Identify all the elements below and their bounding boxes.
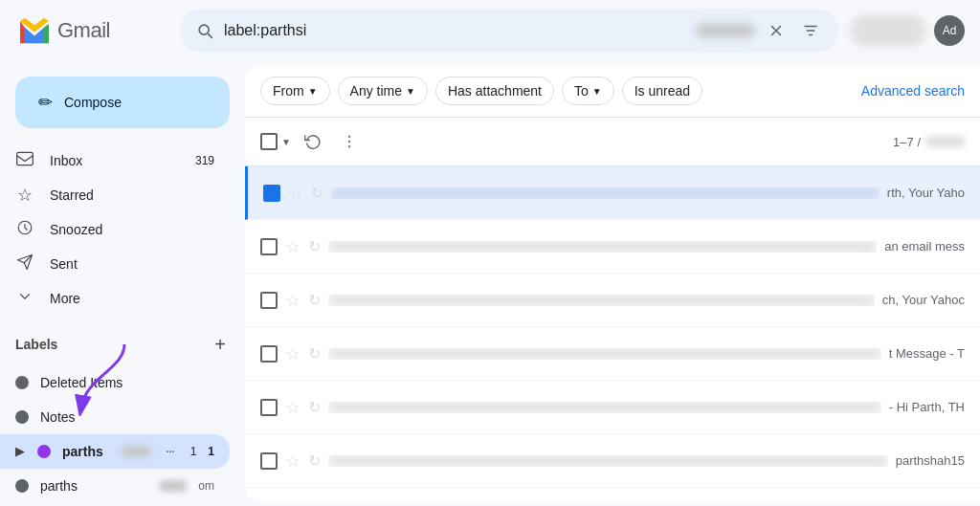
email-checkbox-6[interactable] — [260, 452, 278, 470]
sidebar: ✏ Compose Inbox 319 ☆ Starred Snoozed Se… — [0, 61, 245, 506]
topbar-right: Ad — [850, 15, 965, 46]
label-dot-parths1 — [37, 445, 51, 458]
label-dot-parths2 — [15, 479, 29, 493]
sidebar-item-snoozed[interactable]: Snoozed — [0, 212, 230, 247]
search-query-blurred — [697, 24, 754, 37]
email-star-4[interactable]: ☆ — [285, 343, 301, 364]
topbar-avatar[interactable]: Ad — [934, 15, 965, 46]
email-snippet-2: an email mess — [884, 239, 965, 253]
filter-anytime-label: Any time — [350, 83, 402, 99]
email-star-6[interactable]: ☆ — [285, 451, 301, 472]
label-name-notes: Notes — [40, 409, 214, 425]
sidebar-item-inbox[interactable]: Inbox 319 — [0, 143, 230, 178]
main-layout: ✏ Compose Inbox 319 ☆ Starred Snoozed Se… — [0, 61, 980, 506]
label-name-parths2-blurred — [160, 480, 187, 492]
label-suffix-parths2: om — [198, 479, 214, 493]
email-checkbox-3[interactable] — [260, 292, 278, 309]
label-item-parths2[interactable]: parths om — [0, 469, 230, 503]
email-checkbox-5[interactable] — [260, 399, 278, 416]
label-name-parths2: parths — [40, 478, 148, 494]
label-item-notes[interactable]: Notes — [0, 400, 230, 434]
labels-title: Labels — [15, 337, 57, 352]
label-name-parths1: parths — [62, 444, 106, 459]
more-chevron-icon — [15, 288, 34, 310]
label-item-parths1[interactable]: ▶ parths ··· 1 1 — [0, 434, 230, 469]
label-dot-deleted — [15, 376, 29, 389]
email-star-1[interactable]: ☆ — [288, 183, 303, 204]
filter-is-unread[interactable]: Is unread — [622, 77, 702, 105]
svg-point-2 — [348, 136, 350, 138]
sidebar-item-starred[interactable]: ☆ Starred — [0, 178, 230, 212]
email-checkbox-1[interactable] — [263, 185, 280, 202]
inbox-label: Inbox — [50, 153, 180, 168]
filter-to-label: To — [574, 83, 589, 99]
snooze-icon — [15, 219, 34, 241]
label-menu-dots[interactable]: ··· — [166, 446, 174, 457]
advanced-search-link[interactable]: Advanced search — [861, 83, 965, 99]
email-content-6 — [328, 455, 888, 467]
content-area: From ▼ Any time ▼ Has attachment To ▼ Is… — [245, 65, 980, 502]
avatar-initials: Ad — [943, 24, 957, 37]
toolbar-select-all-checkbox[interactable] — [260, 133, 278, 150]
email-star-2[interactable]: ☆ — [285, 236, 301, 257]
email-sender-blurred-3 — [328, 295, 875, 306]
email-row[interactable]: ☆ ↻ - Hi Parth, TH — [245, 381, 980, 434]
email-checkbox-4[interactable] — [260, 345, 278, 363]
email-snooze-2[interactable]: ↻ — [308, 237, 321, 255]
email-snippet-4: t Message - T — [889, 346, 965, 361]
email-row[interactable]: ☆ ↻ an email mess — [245, 220, 980, 274]
email-snooze-4[interactable]: ↻ — [308, 344, 321, 363]
email-snooze-5[interactable]: ↻ — [308, 398, 321, 416]
email-row[interactable]: ☆ ↻ rth, Your Yaho — [245, 166, 980, 220]
topbar: Gmail Ad — [0, 0, 980, 61]
email-sender-blurred-4 — [328, 348, 881, 360]
filter-from[interactable]: From ▼ — [260, 77, 330, 105]
email-row[interactable]: ☆ ↻ — [245, 488, 980, 502]
toolbar-more-button[interactable] — [333, 125, 366, 158]
email-snippet-6: parthshah15 — [896, 453, 965, 468]
search-input[interactable] — [224, 22, 725, 39]
email-snooze-6[interactable]: ↻ — [308, 451, 321, 470]
email-star-5[interactable]: ☆ — [285, 397, 301, 418]
toolbar-count-blurred — [926, 136, 965, 147]
sent-icon — [15, 253, 34, 275]
search-tune-button[interactable] — [798, 18, 823, 43]
toolbar-refresh-button[interactable] — [297, 125, 329, 158]
label-item-deleted-items[interactable]: Deleted Items — [0, 365, 230, 400]
search-clear-button[interactable] — [764, 18, 789, 43]
toolbar-checkbox-group: ▼ — [260, 133, 293, 150]
email-row[interactable]: ☆ ↻ t Message - T — [245, 327, 980, 381]
compose-button[interactable]: ✏ Compose — [15, 77, 230, 128]
sidebar-item-more[interactable]: More — [0, 281, 230, 316]
email-row[interactable]: ☆ ↻ parthshah15 — [245, 434, 980, 488]
svg-point-4 — [348, 145, 350, 147]
sidebar-item-sent[interactable]: Sent — [0, 247, 230, 281]
email-content-3 — [328, 295, 875, 306]
svg-point-3 — [348, 141, 350, 143]
filter-bar: From ▼ Any time ▼ Has attachment To ▼ Is… — [245, 65, 980, 118]
email-content-2 — [328, 241, 877, 253]
email-checkbox-2[interactable] — [260, 238, 278, 255]
starred-label: Starred — [50, 187, 214, 203]
refresh-icon — [304, 133, 322, 150]
filter-is-unread-label: Is unread — [635, 83, 690, 99]
email-star-3[interactable]: ☆ — [285, 290, 301, 311]
tune-icon — [802, 22, 819, 39]
filter-anytime[interactable]: Any time ▼ — [338, 77, 428, 105]
email-list: ☆ ↻ rth, Your Yaho ☆ ↻ an email mess — [245, 166, 980, 502]
toolbar-checkbox-dropdown[interactable]: ▼ — [279, 135, 293, 149]
filter-to-arrow: ▼ — [592, 86, 602, 97]
filter-from-label: From — [273, 83, 304, 99]
filter-has-attachment-label: Has attachment — [448, 83, 542, 99]
add-label-button[interactable]: + — [211, 331, 230, 358]
email-row[interactable]: ☆ ↻ ch, Your Yahoc — [245, 274, 980, 327]
label-dot-notes — [15, 410, 29, 424]
email-snippet-5: - Hi Parth, TH — [889, 400, 965, 414]
filter-to[interactable]: To ▼ — [562, 77, 614, 105]
email-snooze-1[interactable]: ↻ — [311, 184, 323, 202]
filter-has-attachment[interactable]: Has attachment — [435, 77, 554, 105]
star-icon: ☆ — [15, 185, 34, 206]
email-snooze-3[interactable]: ↻ — [308, 291, 321, 309]
topbar-avatar-blurred — [850, 15, 926, 46]
labels-section: Labels + — [0, 323, 245, 365]
